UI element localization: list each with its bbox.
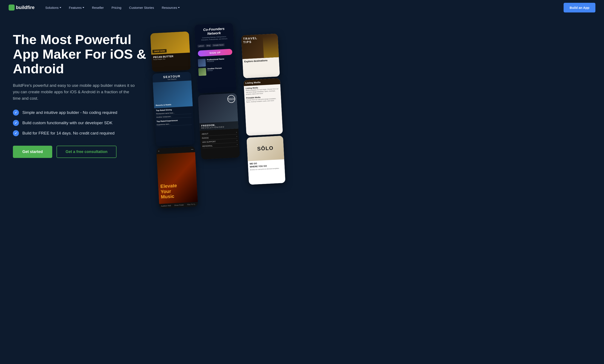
feature-list: Simple and intuitive app builder - No co… xyxy=(13,110,159,136)
check-icon xyxy=(13,130,19,136)
music-show-finder: Show Finder xyxy=(174,204,184,206)
cta-buttons: Get started Get a free consultation xyxy=(13,146,159,158)
nav-customer-stories[interactable]: Customer Stories xyxy=(129,6,154,10)
cfn-logo-google: Google News xyxy=(212,43,225,47)
nav-links: Solutions Features Reseller Pricing Cust… xyxy=(45,6,564,10)
list-item: Printable Media Choose from our vast pri… xyxy=(246,95,279,103)
nav-features[interactable]: Features xyxy=(69,6,84,10)
consultation-button[interactable]: Get a free consultation xyxy=(57,146,116,158)
navbar: buildfire Solutions Features Reseller Pr… xyxy=(0,0,604,15)
travel-tips-screen: TRAVEL TIPS Explore destinations xyxy=(241,34,280,78)
camper-badge-text: REVOLUTIONCAMPERVANS xyxy=(227,98,235,100)
nav-pricing[interactable]: Pricing xyxy=(112,6,121,10)
nav-resources[interactable]: Resources xyxy=(162,6,180,10)
cfn-logo-yahoo: yahoo! xyxy=(198,44,205,48)
hero-subtitle: BuildFire's powerful and easy to use mob… xyxy=(13,82,138,102)
solo-app-screen: SŌLO WE GO WHERE YOU GO Browse our vast … xyxy=(247,136,285,185)
nav-reseller[interactable]: Reseller xyxy=(92,6,104,10)
list-item: Build custom functionality with our deve… xyxy=(13,120,159,126)
get-started-button[interactable]: Get started xyxy=(13,146,52,158)
camper-app-screen: REVOLUTIONCAMPERVANS FREEDOM, REVOLUTION… xyxy=(198,93,240,159)
logo-icon xyxy=(9,4,15,11)
nav-solutions[interactable]: Solutions xyxy=(45,6,61,10)
travel-tips-label: TRAVEL TIPS xyxy=(243,36,258,44)
logo-text: buildfire xyxy=(16,5,35,10)
music-film: Film TV S... xyxy=(187,203,196,206)
list-item: Build for FREE for 14 days. No credit ca… xyxy=(13,130,159,136)
music-audition: Audition Wall xyxy=(161,205,171,207)
music-more-icon: ••• xyxy=(191,148,193,151)
cofounders-app-screen: Co-Founders Network Connecting Startups,… xyxy=(194,23,237,93)
music-title: Elevate Your Music xyxy=(160,183,178,200)
solo-brand: SŌLO xyxy=(257,145,274,152)
list-item: Simple and intuitive app builder - No co… xyxy=(13,110,159,116)
chevron-down-icon xyxy=(60,7,61,8)
logo[interactable]: buildfire xyxy=(9,4,35,11)
music-app-screen: ≡ ••• Elevate Your Music Audition Wall S… xyxy=(156,146,198,208)
chevron-down-icon xyxy=(83,7,84,8)
phone-col-2: Co-Founders Network Connecting Startups,… xyxy=(194,23,240,160)
check-icon xyxy=(13,110,19,116)
listing-media-screen: Listing Media Listing Media Media templa… xyxy=(243,78,283,136)
build-app-button[interactable]: Build an App xyxy=(564,3,595,13)
solo-tagline: WE GO WHERE YOU GO xyxy=(250,161,283,168)
hero-title: The Most Powerful App Maker For iOS & An… xyxy=(13,32,159,76)
cfn-title: Co-Founders Network xyxy=(197,26,231,36)
check-icon xyxy=(13,120,19,126)
chevron-down-icon xyxy=(178,7,180,8)
hero-section: The Most Powerful App Maker For iOS & An… xyxy=(0,15,604,364)
cfn-signup: SIGN UP xyxy=(198,49,232,57)
phone-mockups: SHOP NOW PECAN BUTTER Pecan Maple, Nut S… xyxy=(155,28,595,196)
cfn-desc: Connecting Startups, Entrepreneurs, Educ… xyxy=(197,36,232,41)
travel-tips-title: Explore destinations xyxy=(244,58,277,63)
cfn-logo-bing: Bing xyxy=(206,44,212,47)
list-item: Listing Media Media templates for real e… xyxy=(246,86,279,95)
hero-content: The Most Powerful App Maker For iOS & An… xyxy=(13,28,159,158)
phone-col-3: TRAVEL TIPS Explore destinations Listing… xyxy=(241,34,285,185)
